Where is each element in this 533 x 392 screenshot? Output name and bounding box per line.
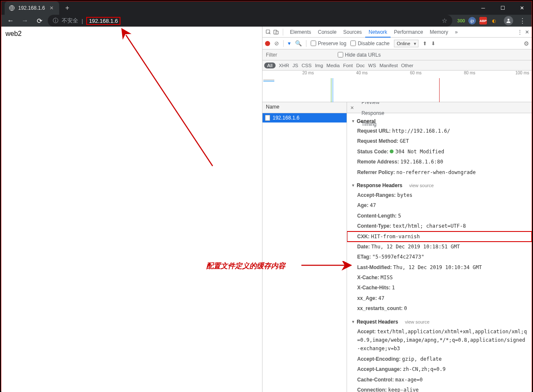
filter-bar: Hide data URLs: [262, 49, 532, 60]
devtools-tab-memory[interactable]: Memory: [426, 27, 451, 38]
filter-toggle-icon[interactable]: ▾: [288, 40, 291, 46]
menu-button[interactable]: ⋮: [517, 17, 528, 25]
header-row: Accept: text/html,application/xhtml+xml,…: [347, 327, 532, 354]
network-toolbar: ⊘ ▾ 🔍 Preserve log Disable cache Online …: [262, 38, 532, 49]
tab-title: 192.168.1.6: [18, 5, 45, 11]
request-row[interactable]: 192.168.1.6: [262, 113, 347, 122]
file-icon: [265, 115, 270, 121]
download-icon[interactable]: ⬇: [431, 41, 435, 46]
filter-type-font[interactable]: Font: [343, 63, 353, 68]
view-source-link[interactable]: view source: [405, 319, 429, 324]
clear-button[interactable]: ⊘: [274, 40, 279, 46]
devtools-settings-icon[interactable]: ⋮: [517, 29, 522, 35]
insecure-label: 不安全: [62, 17, 78, 24]
name-header: Name: [262, 102, 347, 113]
url-text: 192.168.1.6: [86, 17, 120, 25]
back-button[interactable]: ←: [5, 15, 16, 27]
header-row: Referrer Policy: no-referrer-when-downgr…: [347, 167, 532, 177]
header-row: xx_restarts_count: 0: [347, 303, 532, 313]
forward-button[interactable]: →: [19, 15, 31, 27]
search-icon[interactable]: 🔍: [295, 40, 302, 46]
header-row: Content-Length: 5: [347, 211, 532, 221]
network-settings-icon[interactable]: ⚙: [524, 40, 529, 47]
address-bar[interactable]: ⓘ 不安全 | 192.168.1.6 ☆: [48, 15, 452, 27]
section-title[interactable]: ▼Response Headersview source: [347, 181, 532, 190]
bookmark-icon[interactable]: ☆: [442, 17, 447, 24]
view-source-link[interactable]: view source: [409, 183, 434, 188]
disable-cache-checkbox[interactable]: Disable cache: [350, 41, 389, 46]
browser-toolbar: ← → ⟳ ⓘ 不安全 | 192.168.1.6 ☆ 300 ip ABP ◐…: [1, 15, 532, 27]
titlebar: 192.168.1.6 ✕ + ─ ☐ ✕: [1, 1, 532, 15]
filter-type-other[interactable]: Other: [401, 63, 413, 68]
devtools-top-bar: ElementsConsoleSourcesNetworkPerformance…: [262, 27, 532, 38]
filter-type-media[interactable]: Media: [326, 63, 339, 68]
reload-button[interactable]: ⟳: [33, 15, 45, 27]
devtools-tab-network[interactable]: Network: [365, 27, 391, 38]
page-body-text: web2: [5, 30, 22, 37]
request-name: 192.168.1.6: [273, 115, 299, 121]
timeline[interactable]: 20 ms40 ms60 ms80 ms100 ms: [262, 71, 532, 102]
maximize-button[interactable]: ☐: [493, 1, 512, 15]
site-info-icon[interactable]: ⓘ: [53, 17, 58, 24]
devtools-tab-console[interactable]: Console: [314, 27, 340, 38]
filter-type-js[interactable]: JS: [292, 63, 298, 68]
filter-types-bar: AllXHRJSCSSImgMediaFontDocWSManifestOthe…: [262, 60, 532, 71]
ext-icon-abp[interactable]: ABP: [479, 17, 487, 24]
section-title[interactable]: ▼General: [347, 117, 532, 126]
profile-button[interactable]: [504, 16, 513, 25]
filter-type-img[interactable]: Img: [315, 63, 323, 68]
close-tab-icon[interactable]: ✕: [48, 5, 55, 11]
filter-type-xhr[interactable]: XHR: [279, 63, 289, 68]
annotation-label: 配置文件定义的缓存内容: [206, 261, 285, 271]
upload-icon[interactable]: ⬆: [423, 41, 427, 46]
header-row: CXK: HIT-from-varnish: [347, 231, 532, 242]
header-row: Request Method: GET: [347, 136, 532, 146]
svg-point-1: [508, 19, 510, 21]
devtools-tab-elements[interactable]: Elements: [287, 27, 314, 38]
header-row: X-Cache: MISS: [347, 272, 532, 283]
devtools-close-icon[interactable]: ✕: [525, 29, 529, 35]
header-row: Accept-Encoding: gzip, deflate: [347, 354, 532, 364]
request-detail: × HeadersPreviewResponseTiming ▼GeneralR…: [347, 102, 532, 392]
hide-data-urls-checkbox[interactable]: Hide data URLs: [338, 52, 381, 58]
preserve-log-checkbox[interactable]: Preserve log: [311, 41, 346, 46]
header-row: ETag: "5-5997ef4c27473": [347, 252, 532, 262]
detail-close-icon[interactable]: ×: [347, 104, 357, 111]
header-row: Remote Address: 192.168.1.6:80: [347, 157, 532, 167]
detail-tab-preview[interactable]: Preview: [357, 102, 388, 108]
header-row: Age: 47: [347, 200, 532, 210]
globe-icon: [9, 5, 15, 11]
new-tab-button[interactable]: +: [63, 3, 71, 14]
devtools-panel: ElementsConsoleSourcesNetworkPerformance…: [262, 27, 532, 392]
devtools-more-tabs-icon[interactable]: »: [455, 29, 458, 35]
header-row: Date: Thu, 12 Dec 2019 10:18:51 GMT: [347, 242, 532, 252]
extension-icons: 300 ip ABP ◐: [455, 17, 500, 24]
filter-input[interactable]: [265, 51, 333, 59]
throttling-select[interactable]: Online: [394, 40, 418, 47]
header-row: xx_Age: 47: [347, 293, 532, 303]
header-row: X-Cache-Hits: 1: [347, 283, 532, 293]
filter-type-ws[interactable]: WS: [368, 63, 376, 68]
browser-tab[interactable]: 192.168.1.6 ✕: [5, 1, 59, 15]
close-window-button[interactable]: ✕: [512, 1, 532, 15]
inspect-element-icon[interactable]: [265, 29, 272, 35]
header-row: Request URL: http://192.168.1.6/: [347, 126, 532, 136]
svg-rect-4: [276, 31, 278, 34]
filter-type-doc[interactable]: Doc: [356, 63, 365, 68]
request-list: Name 192.168.1.6: [262, 102, 347, 392]
record-button[interactable]: [265, 41, 270, 46]
devtools-tab-performance[interactable]: Performance: [391, 27, 426, 38]
filter-type-manifest[interactable]: Manifest: [380, 63, 398, 68]
devtools-tab-sources[interactable]: Sources: [340, 27, 365, 38]
ext-icon-ip[interactable]: ip: [468, 17, 476, 24]
header-row: Accept-Language: zh-CN,zh;q=0.9: [347, 364, 532, 374]
filter-type-all[interactable]: All: [264, 63, 276, 68]
header-row: Last-Modified: Thu, 12 Dec 2019 10:10:34…: [347, 262, 532, 272]
device-toggle-icon[interactable]: [273, 29, 279, 35]
ext-icon-4[interactable]: ◐: [490, 17, 498, 24]
header-row: Accept-Ranges: bytes: [347, 190, 532, 200]
section-title[interactable]: ▼Request Headersview source: [347, 317, 532, 327]
filter-type-css[interactable]: CSS: [301, 63, 312, 68]
ext-icon-1[interactable]: 300: [457, 17, 465, 24]
minimize-button[interactable]: ─: [473, 1, 493, 15]
